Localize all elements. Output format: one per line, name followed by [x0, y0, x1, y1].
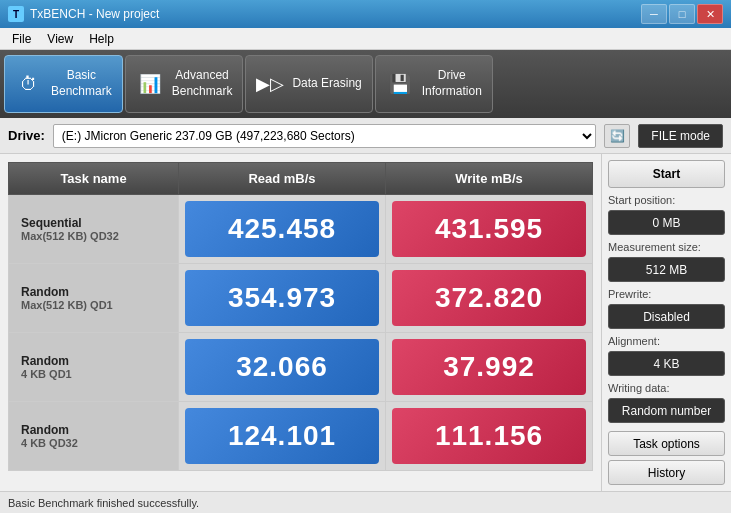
close-button[interactable]: ✕: [697, 4, 723, 24]
start-position-value[interactable]: 0 MB: [608, 210, 725, 235]
maximize-button[interactable]: □: [669, 4, 695, 24]
read-cell: 425.458: [179, 195, 386, 264]
toolbar-advanced-benchmark[interactable]: 📊 AdvancedBenchmark: [125, 55, 244, 113]
table-row: Random 4 KB QD32 124.101 111.156: [9, 402, 593, 471]
toolbar-drive-information[interactable]: 💾 DriveInformation: [375, 55, 493, 113]
table-row: Sequential Max(512 KB) QD32 425.458 431.…: [9, 195, 593, 264]
toolbar-data-erasing[interactable]: ▶▷ Data Erasing: [245, 55, 372, 113]
read-value: 425.458: [185, 201, 379, 257]
write-cell: 431.595: [386, 195, 593, 264]
read-cell: 124.101: [179, 402, 386, 471]
window-title: TxBENCH - New project: [30, 7, 641, 21]
file-mode-button[interactable]: FILE mode: [638, 124, 723, 148]
main-content: Task name Read mB/s Write mB/s Sequentia…: [0, 154, 731, 491]
task-name-cell: Sequential Max(512 KB) QD32: [9, 195, 179, 264]
read-value: 32.066: [185, 339, 379, 395]
history-button[interactable]: History: [608, 460, 725, 485]
benchmark-area: Task name Read mB/s Write mB/s Sequentia…: [0, 154, 601, 491]
param-start-position-label: Start position:: [608, 194, 725, 206]
task-name-cell: Random 4 KB QD1: [9, 333, 179, 402]
drive-select[interactable]: (E:) JMicron Generic 237.09 GB (497,223,…: [53, 124, 596, 148]
read-value: 354.973: [185, 270, 379, 326]
read-cell: 32.066: [179, 333, 386, 402]
table-row: Random Max(512 KB) QD1 354.973 372.820: [9, 264, 593, 333]
menu-view[interactable]: View: [39, 30, 81, 48]
menu-bar: File View Help: [0, 28, 731, 50]
basic-benchmark-icon: ⏱: [15, 70, 43, 98]
param-writing-data-label: Writing data:: [608, 382, 725, 394]
col-task-name: Task name: [9, 163, 179, 195]
menu-help[interactable]: Help: [81, 30, 122, 48]
status-bar: Basic Benchmark finished successfully.: [0, 491, 731, 513]
window-controls: ─ □ ✕: [641, 4, 723, 24]
param-measurement-size-label: Measurement size:: [608, 241, 725, 253]
menu-file[interactable]: File: [4, 30, 39, 48]
app-icon: T: [8, 6, 24, 22]
write-value: 37.992: [392, 339, 586, 395]
read-cell: 354.973: [179, 264, 386, 333]
toolbar: ⏱ BasicBenchmark 📊 AdvancedBenchmark ▶▷ …: [0, 50, 731, 118]
write-cell: 372.820: [386, 264, 593, 333]
advanced-benchmark-label: AdvancedBenchmark: [172, 68, 233, 99]
data-erasing-label: Data Erasing: [292, 76, 361, 92]
write-cell: 111.156: [386, 402, 593, 471]
drive-bar: Drive: (E:) JMicron Generic 237.09 GB (4…: [0, 118, 731, 154]
minimize-button[interactable]: ─: [641, 4, 667, 24]
col-write: Write mB/s: [386, 163, 593, 195]
alignment-value[interactable]: 4 KB: [608, 351, 725, 376]
start-button[interactable]: Start: [608, 160, 725, 188]
param-prewrite-label: Prewrite:: [608, 288, 725, 300]
right-panel: Start Start position: 0 MB Measurement s…: [601, 154, 731, 491]
writing-data-value[interactable]: Random number: [608, 398, 725, 423]
drive-information-label: DriveInformation: [422, 68, 482, 99]
drive-label: Drive:: [8, 128, 45, 143]
data-erasing-icon: ▶▷: [256, 70, 284, 98]
advanced-benchmark-icon: 📊: [136, 70, 164, 98]
write-value: 372.820: [392, 270, 586, 326]
task-options-button[interactable]: Task options: [608, 431, 725, 456]
toolbar-basic-benchmark[interactable]: ⏱ BasicBenchmark: [4, 55, 123, 113]
drive-information-icon: 💾: [386, 70, 414, 98]
write-value: 431.595: [392, 201, 586, 257]
table-row: Random 4 KB QD1 32.066 37.992: [9, 333, 593, 402]
title-bar: T TxBENCH - New project ─ □ ✕: [0, 0, 731, 28]
col-read: Read mB/s: [179, 163, 386, 195]
measurement-size-value[interactable]: 512 MB: [608, 257, 725, 282]
prewrite-value[interactable]: Disabled: [608, 304, 725, 329]
task-name-cell: Random 4 KB QD32: [9, 402, 179, 471]
drive-refresh-button[interactable]: 🔄: [604, 124, 630, 148]
status-text: Basic Benchmark finished successfully.: [8, 497, 199, 509]
read-value: 124.101: [185, 408, 379, 464]
write-value: 111.156: [392, 408, 586, 464]
param-alignment-label: Alignment:: [608, 335, 725, 347]
task-name-cell: Random Max(512 KB) QD1: [9, 264, 179, 333]
write-cell: 37.992: [386, 333, 593, 402]
benchmark-table: Task name Read mB/s Write mB/s Sequentia…: [8, 162, 593, 471]
basic-benchmark-label: BasicBenchmark: [51, 68, 112, 99]
